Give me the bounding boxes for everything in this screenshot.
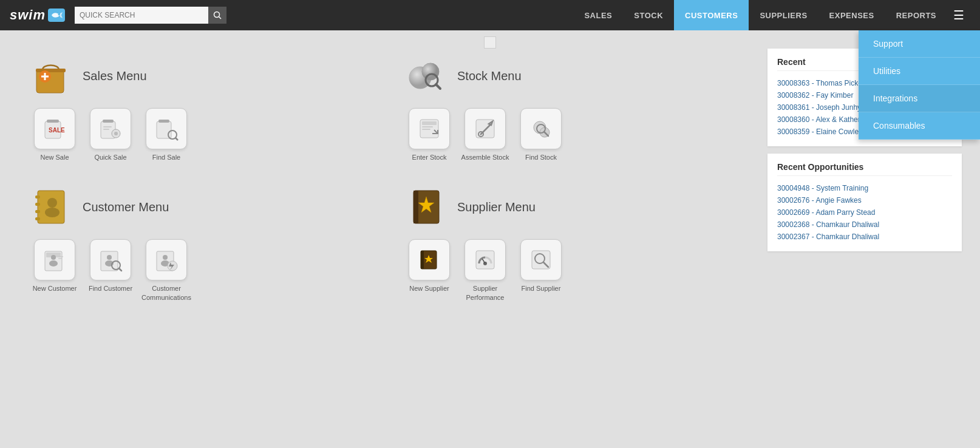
new-supplier-icon xyxy=(417,248,441,272)
svg-point-0 xyxy=(58,14,60,16)
nav-suppliers[interactable]: SUPPLIERS xyxy=(749,0,818,30)
nav-stock[interactable]: STOCK xyxy=(623,0,674,30)
search-button[interactable] xyxy=(208,7,226,24)
main-header: swim SALES STOCK CUSTOMERS SUPPLIERS EXP… xyxy=(0,0,980,30)
find-supplier-icon-box xyxy=(520,239,562,280)
new-sale-item[interactable]: SALE New Sale xyxy=(30,108,79,161)
logo-icon xyxy=(48,8,65,22)
dropdown-menu: Support Utilities Integrations Consumabl… xyxy=(859,30,980,140)
dropdown-consumables[interactable]: Consumables xyxy=(859,112,980,140)
find-customer-icon-box xyxy=(90,239,131,280)
find-sale-item[interactable]: Find Sale xyxy=(142,108,191,161)
enter-stock-item[interactable]: Enter Stock xyxy=(405,108,454,161)
supplier-menu-header: Supplier Menu xyxy=(405,186,743,228)
find-customer-item[interactable]: Find Customer xyxy=(86,239,135,302)
new-customer-item[interactable]: New Customer xyxy=(30,239,79,302)
svg-rect-17 xyxy=(157,121,171,138)
menu-area: Sales Menu SALE New Sale xyxy=(18,49,755,308)
enter-stock-label: Enter Stock xyxy=(412,153,447,161)
find-sale-label: Find Sale xyxy=(152,153,180,161)
supplier-menu-title: Supplier Menu xyxy=(457,200,536,214)
svg-rect-60 xyxy=(413,191,418,223)
customer-comms-label: Customer Communications xyxy=(141,284,191,302)
find-stock-icon xyxy=(529,117,553,141)
recent-opportunity-1[interactable]: 30002676 - Angie Fawkes xyxy=(777,194,952,206)
sales-menu-items: SALE New Sale xyxy=(30,108,369,161)
supplier-menu-section: Supplier Menu New Supplier xyxy=(405,186,743,302)
stock-menu-title: Stock Menu xyxy=(457,69,522,83)
assemble-stock-icon-box xyxy=(464,108,506,149)
find-supplier-icon xyxy=(529,248,553,272)
recent-opportunity-3[interactable]: 30002368 - Chamkaur Dhaliwal xyxy=(777,219,952,231)
quick-sale-icon-box xyxy=(90,108,131,149)
svg-point-56 xyxy=(163,255,168,260)
nav-customers[interactable]: CUSTOMERS xyxy=(674,0,749,30)
dropdown-integrations[interactable]: Integrations xyxy=(859,85,980,112)
recent-opportunity-2[interactable]: 30002669 - Adam Parry Stead xyxy=(777,206,952,219)
nav-expenses[interactable]: EXPENSES xyxy=(818,0,885,30)
supplier-perf-item[interactable]: Supplier Performance xyxy=(461,239,509,302)
find-supplier-item[interactable]: Find Supplier xyxy=(517,239,565,302)
supplier-perf-icon xyxy=(473,248,497,272)
nav-reports[interactable]: REPORTS xyxy=(885,0,947,30)
sales-menu-title: Sales Menu xyxy=(83,69,147,83)
svg-rect-28 xyxy=(422,121,437,125)
svg-rect-48 xyxy=(58,256,63,257)
customer-menu-section: Customer Menu xyxy=(30,186,369,302)
recent-opportunity-4[interactable]: 30002367 - Chamkaur Dhaliwal xyxy=(777,231,952,243)
new-sale-icon: SALE xyxy=(43,117,67,141)
svg-rect-4 xyxy=(36,69,66,72)
supplier-menu-items: New Supplier Supplier Per xyxy=(405,239,743,302)
search-bar xyxy=(75,7,226,24)
customer-comms-icon xyxy=(154,248,179,272)
enter-stock-icon xyxy=(417,117,441,141)
hamburger-button[interactable]: ☰ xyxy=(947,0,970,30)
assemble-stock-item[interactable]: Assemble Stock xyxy=(461,108,509,161)
svg-point-51 xyxy=(107,255,112,260)
search-icon xyxy=(213,11,222,19)
svg-point-1 xyxy=(214,12,220,18)
new-sale-icon-box: SALE xyxy=(34,108,75,149)
logo-text: swim xyxy=(10,7,46,23)
supplier-perf-label: Supplier Performance xyxy=(461,284,509,302)
recent-opportunities-title: Recent Opportunities xyxy=(777,162,952,176)
svg-rect-65 xyxy=(476,251,494,269)
dropdown-utilities[interactable]: Utilities xyxy=(859,58,980,85)
svg-point-43 xyxy=(45,208,60,217)
svg-rect-63 xyxy=(421,251,424,269)
svg-rect-18 xyxy=(158,120,169,123)
find-sale-icon-box xyxy=(146,108,187,149)
nav-sales[interactable]: SALES xyxy=(573,0,623,30)
logo[interactable]: swim xyxy=(10,7,65,23)
recent-opportunity-0[interactable]: 30004948 - System Training xyxy=(777,182,952,194)
svg-rect-29 xyxy=(422,126,433,127)
customer-comms-item[interactable]: Customer Communications xyxy=(142,239,191,302)
svg-line-54 xyxy=(119,268,121,271)
svg-point-16 xyxy=(114,132,118,135)
new-supplier-item[interactable]: New Supplier xyxy=(405,239,454,302)
sales-menu-icon xyxy=(30,55,73,97)
svg-rect-14 xyxy=(103,129,109,130)
new-customer-icon xyxy=(43,248,67,272)
svg-line-2 xyxy=(219,17,222,19)
quick-sale-icon xyxy=(98,117,123,141)
find-stock-item[interactable]: Find Stock xyxy=(517,108,565,161)
new-customer-label: New Customer xyxy=(33,284,77,293)
main-content: Sales Menu SALE New Sale xyxy=(0,30,980,326)
svg-rect-9 xyxy=(47,120,59,123)
svg-point-46 xyxy=(51,255,56,260)
quick-sale-label: Quick Sale xyxy=(94,153,126,161)
svg-line-26 xyxy=(436,84,440,89)
dropdown-support[interactable]: Support xyxy=(859,30,980,58)
find-customer-label: Find Customer xyxy=(89,284,132,293)
sales-menu-header: Sales Menu xyxy=(30,55,369,97)
svg-text:SALE: SALE xyxy=(49,127,65,134)
search-input[interactable] xyxy=(75,7,208,24)
stock-menu-header: Stock Menu xyxy=(405,55,743,97)
assemble-stock-label: Assemble Stock xyxy=(461,153,509,161)
new-sale-label: New Sale xyxy=(40,153,69,161)
find-stock-label: Find Stock xyxy=(525,153,557,161)
quick-sale-item[interactable]: Quick Sale xyxy=(86,108,135,161)
recent-opportunities-panel: Recent Opportunities 30004948 - System T… xyxy=(767,154,962,251)
find-supplier-label: Find Supplier xyxy=(522,284,561,293)
